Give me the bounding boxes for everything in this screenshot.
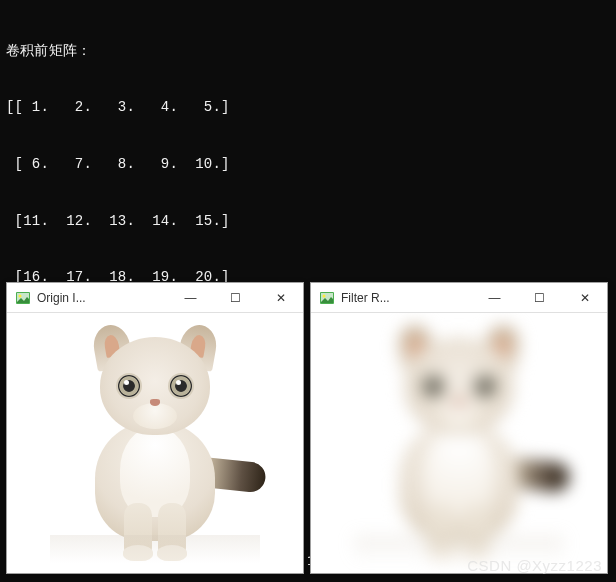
window-title: Origin I... bbox=[37, 291, 168, 305]
window-controls: — ☐ ✕ bbox=[168, 283, 303, 312]
minimize-icon: — bbox=[489, 291, 501, 305]
minimize-icon: — bbox=[185, 291, 197, 305]
origin-image-window: Origin I... — ☐ ✕ bbox=[6, 282, 304, 574]
close-button[interactable]: ✕ bbox=[562, 283, 607, 312]
matrix-before-row: [[ 1. 2. 3. 4. 5.] bbox=[6, 98, 610, 117]
window-title: Filter R... bbox=[341, 291, 472, 305]
image-app-icon bbox=[319, 290, 335, 306]
matrix-before-row: [ 6. 7. 8. 9. 10.] bbox=[6, 155, 610, 174]
filter-image-content bbox=[311, 313, 607, 573]
filtered-cat-image bbox=[354, 323, 564, 563]
image-app-icon bbox=[15, 290, 31, 306]
window-titlebar[interactable]: Origin I... — ☐ ✕ bbox=[7, 283, 303, 313]
origin-cat-image bbox=[50, 323, 260, 563]
filter-image-window: Filter R... — ☐ ✕ bbox=[310, 282, 608, 574]
window-titlebar[interactable]: Filter R... — ☐ ✕ bbox=[311, 283, 607, 313]
close-icon: ✕ bbox=[580, 291, 590, 305]
minimize-button[interactable]: — bbox=[168, 283, 213, 312]
maximize-icon: ☐ bbox=[534, 291, 545, 305]
close-icon: ✕ bbox=[276, 291, 286, 305]
origin-image-content bbox=[7, 313, 303, 573]
maximize-button[interactable]: ☐ bbox=[213, 283, 258, 312]
maximize-button[interactable]: ☐ bbox=[517, 283, 562, 312]
label-before: 卷积前矩阵： bbox=[6, 42, 610, 61]
image-windows-row: Origin I... — ☐ ✕ bbox=[6, 282, 608, 574]
maximize-icon: ☐ bbox=[230, 291, 241, 305]
svg-point-5 bbox=[323, 294, 326, 297]
window-controls: — ☐ ✕ bbox=[472, 283, 607, 312]
close-button[interactable]: ✕ bbox=[258, 283, 303, 312]
minimize-button[interactable]: — bbox=[472, 283, 517, 312]
matrix-before-row: [11. 12. 13. 14. 15.] bbox=[6, 212, 610, 231]
svg-point-2 bbox=[19, 294, 22, 297]
